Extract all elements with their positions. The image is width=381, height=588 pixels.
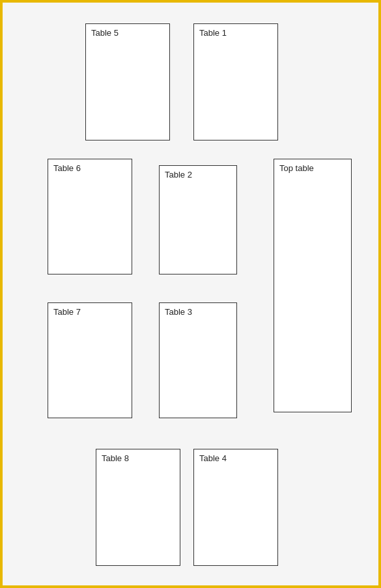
table-6-label: Table 6: [53, 163, 81, 173]
table-8-label: Table 8: [102, 453, 129, 463]
table-1[interactable]: Table 1: [193, 23, 278, 140]
table-7-label: Table 7: [53, 307, 81, 317]
table-2-label: Table 2: [165, 170, 192, 180]
table-3[interactable]: Table 3: [159, 302, 237, 418]
table-4[interactable]: Table 4: [193, 449, 278, 566]
table-4-label: Table 4: [199, 453, 227, 463]
top-table[interactable]: Top table: [274, 159, 352, 412]
seating-canvas: Table 5Table 1Table 6Table 2Top tableTab…: [3, 3, 378, 585]
table-1-label: Table 1: [199, 28, 227, 38]
table-2[interactable]: Table 2: [159, 165, 237, 274]
table-3-label: Table 3: [165, 307, 192, 317]
top-table-label: Top table: [279, 163, 314, 173]
table-5[interactable]: Table 5: [85, 23, 170, 140]
table-7[interactable]: Table 7: [48, 302, 132, 418]
table-6[interactable]: Table 6: [48, 159, 132, 274]
table-8[interactable]: Table 8: [96, 449, 180, 566]
table-5-label: Table 5: [91, 28, 119, 38]
